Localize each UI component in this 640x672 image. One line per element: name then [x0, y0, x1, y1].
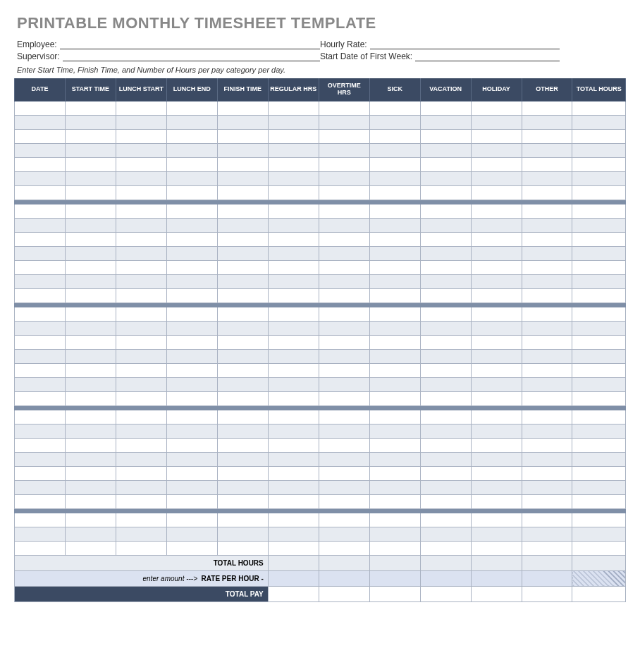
cell[interactable] [369, 115, 420, 129]
cell[interactable] [15, 424, 66, 438]
cell[interactable] [166, 246, 217, 260]
cell[interactable] [65, 377, 116, 391]
cell[interactable] [471, 527, 522, 541]
cell[interactable] [572, 424, 626, 438]
cell[interactable] [522, 129, 572, 143]
cell[interactable] [471, 321, 522, 335]
cell[interactable] [65, 391, 116, 405]
cell[interactable] [116, 452, 166, 466]
cell[interactable] [369, 321, 420, 335]
cell[interactable] [65, 513, 116, 527]
cell[interactable] [369, 335, 420, 349]
cell[interactable] [65, 527, 116, 541]
cell[interactable] [65, 232, 116, 246]
cell[interactable] [116, 307, 166, 321]
cell[interactable] [15, 307, 66, 321]
cell[interactable] [15, 513, 66, 527]
cell[interactable] [319, 466, 369, 480]
cell[interactable] [319, 274, 369, 288]
cell[interactable] [65, 363, 116, 377]
cell[interactable] [471, 513, 522, 527]
cell[interactable] [268, 513, 319, 527]
cell[interactable] [420, 274, 471, 288]
cell[interactable] [319, 218, 369, 232]
cell[interactable] [217, 260, 268, 274]
cell[interactable] [522, 246, 572, 260]
cell[interactable] [268, 438, 319, 452]
cell[interactable] [471, 349, 522, 363]
cell[interactable] [65, 204, 116, 218]
cell[interactable] [471, 129, 522, 143]
cell[interactable] [420, 307, 471, 321]
cell[interactable] [420, 438, 471, 452]
cell[interactable] [471, 466, 522, 480]
cell[interactable] [471, 391, 522, 405]
cell[interactable] [166, 171, 217, 185]
cell[interactable] [522, 377, 572, 391]
cell[interactable] [217, 274, 268, 288]
cell[interactable] [319, 452, 369, 466]
cell[interactable] [15, 129, 66, 143]
cell[interactable] [319, 424, 369, 438]
cell[interactable] [319, 157, 369, 171]
cell[interactable] [319, 513, 369, 527]
cell[interactable] [572, 335, 626, 349]
cell[interactable] [471, 274, 522, 288]
cell[interactable] [471, 480, 522, 494]
cell[interactable] [471, 410, 522, 424]
cell[interactable] [65, 246, 116, 260]
cell[interactable] [166, 307, 217, 321]
cell[interactable] [471, 377, 522, 391]
cell[interactable] [369, 349, 420, 363]
cell[interactable] [572, 204, 626, 218]
cell[interactable] [166, 377, 217, 391]
cell[interactable] [420, 246, 471, 260]
cell[interactable] [572, 246, 626, 260]
cell[interactable] [420, 527, 471, 541]
cell[interactable] [217, 494, 268, 508]
cell[interactable] [420, 541, 471, 555]
cell[interactable] [319, 335, 369, 349]
cell[interactable] [268, 307, 319, 321]
cell[interactable] [369, 185, 420, 200]
cell[interactable] [471, 143, 522, 157]
cell[interactable] [166, 452, 217, 466]
cell[interactable] [522, 363, 572, 377]
cell[interactable] [217, 410, 268, 424]
cell[interactable] [369, 527, 420, 541]
cell[interactable] [65, 288, 116, 303]
cell[interactable] [522, 204, 572, 218]
cell[interactable] [268, 143, 319, 157]
cell[interactable] [471, 541, 522, 555]
cell[interactable] [15, 232, 66, 246]
cell[interactable] [420, 101, 471, 115]
cell[interactable] [116, 171, 166, 185]
cell[interactable] [471, 424, 522, 438]
cell[interactable] [217, 349, 268, 363]
cell[interactable] [522, 466, 572, 480]
cell[interactable] [369, 246, 420, 260]
cell[interactable] [217, 101, 268, 115]
cell[interactable] [420, 377, 471, 391]
cell[interactable] [15, 410, 66, 424]
cell[interactable] [369, 438, 420, 452]
cell[interactable] [369, 171, 420, 185]
cell[interactable] [116, 260, 166, 274]
cell[interactable] [217, 185, 268, 200]
cell[interactable] [319, 480, 369, 494]
cell[interactable] [420, 363, 471, 377]
cell[interactable] [65, 335, 116, 349]
cell[interactable] [268, 452, 319, 466]
cell[interactable] [268, 157, 319, 171]
cell[interactable] [420, 143, 471, 157]
cell[interactable] [15, 204, 66, 218]
cell[interactable] [166, 185, 217, 200]
cell[interactable] [15, 349, 66, 363]
cell[interactable] [319, 321, 369, 335]
cell[interactable] [217, 321, 268, 335]
cell[interactable] [15, 391, 66, 405]
cell[interactable] [420, 480, 471, 494]
cell[interactable] [217, 307, 268, 321]
cell[interactable] [268, 115, 319, 129]
cell[interactable] [166, 438, 217, 452]
